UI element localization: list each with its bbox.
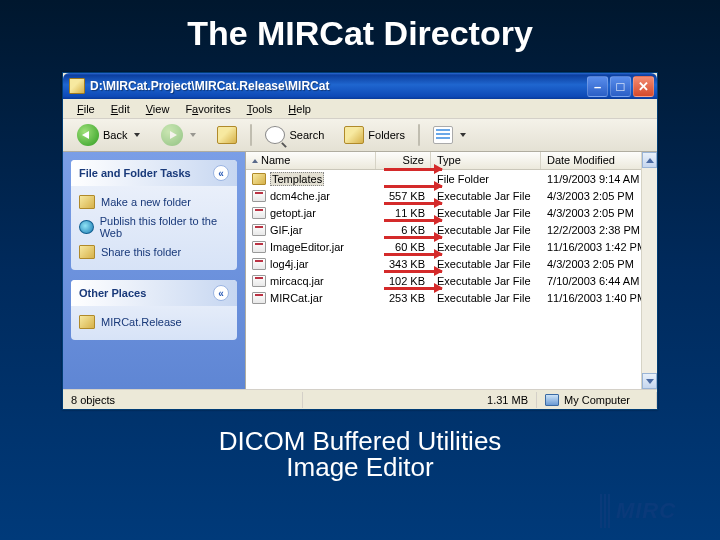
- window-title: D:\MIRCat.Project\MIRCat.Release\MIRCat: [90, 79, 587, 93]
- link-label: Publish this folder to the Web: [100, 215, 229, 239]
- scroll-down-button[interactable]: [642, 373, 657, 389]
- jar-file-icon: [252, 275, 266, 287]
- search-icon: [265, 126, 285, 144]
- column-name[interactable]: Name: [246, 152, 376, 169]
- file-name-cell: Templates: [246, 172, 376, 186]
- link-label: Share this folder: [101, 246, 181, 258]
- folders-icon: [344, 126, 364, 144]
- minimize-button[interactable]: –: [587, 76, 608, 97]
- jar-file-icon: [252, 190, 266, 202]
- jar-file-icon: [252, 207, 266, 219]
- file-list-pane: Name Size Type Date Modified TemplatesFi…: [245, 152, 657, 389]
- folder-up-icon: [217, 126, 237, 144]
- status-location: My Computer: [537, 392, 657, 408]
- file-row[interactable]: mircacq.jar102 KBExecutable Jar File7/10…: [246, 272, 657, 289]
- status-size: 1.31 MB: [303, 392, 537, 408]
- separator: [418, 124, 420, 146]
- back-arrow-icon: [77, 124, 99, 146]
- file-row[interactable]: dcm4che.jar557 KBExecutable Jar File4/3/…: [246, 187, 657, 204]
- chevron-down-icon[interactable]: [190, 132, 197, 139]
- file-name-cell: dcm4che.jar: [246, 190, 376, 202]
- maximize-button[interactable]: □: [610, 76, 631, 97]
- file-size: 11 KB: [376, 207, 431, 219]
- menu-help[interactable]: Help: [280, 101, 319, 117]
- file-size: 60 KB: [376, 241, 431, 253]
- folders-button[interactable]: Folders: [336, 122, 413, 148]
- menu-edit[interactable]: Edit: [103, 101, 138, 117]
- chevron-down-icon[interactable]: [460, 132, 467, 139]
- file-size: 6 KB: [376, 224, 431, 236]
- file-name: dcm4che.jar: [270, 190, 330, 202]
- file-size: 557 KB: [376, 190, 431, 202]
- explorer-window: D:\MIRCat.Project\MIRCat.Release\MIRCat …: [62, 72, 658, 410]
- file-type: Executable Jar File: [431, 258, 541, 270]
- make-new-folder-link[interactable]: Make a new folder: [77, 192, 231, 212]
- collapse-button[interactable]: «: [213, 165, 229, 181]
- link-label: Make a new folder: [101, 196, 191, 208]
- collapse-button[interactable]: «: [213, 285, 229, 301]
- panel-title: File and Folder Tasks: [79, 167, 191, 179]
- back-label: Back: [103, 129, 127, 141]
- menu-tools[interactable]: Tools: [239, 101, 281, 117]
- file-row[interactable]: GIF.jar6 KBExecutable Jar File12/2/2003 …: [246, 221, 657, 238]
- separator: [250, 124, 252, 146]
- up-button[interactable]: [209, 122, 245, 148]
- search-button[interactable]: Search: [257, 122, 332, 148]
- forward-button[interactable]: [153, 120, 205, 150]
- file-size: 102 KB: [376, 275, 431, 287]
- publish-folder-link[interactable]: Publish this folder to the Web: [77, 212, 231, 242]
- column-size[interactable]: Size: [376, 152, 431, 169]
- views-icon: [433, 126, 453, 144]
- chevron-down-icon[interactable]: [134, 132, 141, 139]
- file-row[interactable]: ImageEditor.jar60 KBExecutable Jar File1…: [246, 238, 657, 255]
- file-name-cell: log4j.jar: [246, 258, 376, 270]
- file-name: GIF.jar: [270, 224, 302, 236]
- titlebar[interactable]: D:\MIRCat.Project\MIRCat.Release\MIRCat …: [63, 73, 657, 99]
- menu-view[interactable]: View: [138, 101, 178, 117]
- globe-icon: [79, 220, 94, 234]
- file-row[interactable]: getopt.jar11 KBExecutable Jar File4/3/20…: [246, 204, 657, 221]
- tasks-sidebar: File and Folder Tasks « Make a new folde…: [63, 152, 245, 389]
- file-name: ImageEditor.jar: [270, 241, 344, 253]
- close-button[interactable]: ✕: [633, 76, 654, 97]
- column-type[interactable]: Type: [431, 152, 541, 169]
- caption-line: DICOM Buffered Utilities: [0, 428, 720, 454]
- chevron-down-icon: [646, 379, 654, 384]
- file-name-cell: ImageEditor.jar: [246, 241, 376, 253]
- mircat-release-link[interactable]: MIRCat.Release: [77, 312, 231, 332]
- search-label: Search: [289, 129, 324, 141]
- folders-label: Folders: [368, 129, 405, 141]
- folder-icon: [252, 173, 266, 185]
- menu-favorites[interactable]: Favorites: [177, 101, 238, 117]
- file-date: 4/3/2003 2:05 PM: [541, 190, 657, 202]
- file-date: 11/16/2003 1:40 PM: [541, 292, 657, 304]
- column-date[interactable]: Date Modified: [541, 152, 657, 169]
- share-icon: [79, 245, 95, 259]
- back-button[interactable]: Back: [69, 120, 149, 150]
- file-row[interactable]: log4j.jar343 KBExecutable Jar File4/3/20…: [246, 255, 657, 272]
- menu-file[interactable]: File: [69, 101, 103, 117]
- file-type: Executable Jar File: [431, 207, 541, 219]
- slide-caption: DICOM Buffered Utilities Image Editor: [0, 428, 720, 480]
- views-button[interactable]: [425, 122, 475, 148]
- share-folder-link[interactable]: Share this folder: [77, 242, 231, 262]
- file-date: 11/9/2003 9:14 AM: [541, 173, 657, 185]
- jar-file-icon: [252, 258, 266, 270]
- file-type: Executable Jar File: [431, 224, 541, 236]
- file-name: getopt.jar: [270, 207, 316, 219]
- status-objects: 8 objects: [63, 392, 303, 408]
- file-size: 343 KB: [376, 258, 431, 270]
- mirc-logo: MIRC: [600, 494, 692, 528]
- file-list[interactable]: TemplatesFile Folder11/9/2003 9:14 AMdcm…: [246, 170, 657, 389]
- file-name-cell: getopt.jar: [246, 207, 376, 219]
- file-row[interactable]: MIRCat.jar253 KBExecutable Jar File11/16…: [246, 289, 657, 306]
- forward-arrow-icon: [161, 124, 183, 146]
- scrollbar[interactable]: [641, 170, 657, 389]
- file-name-cell: GIF.jar: [246, 224, 376, 236]
- file-date: 7/10/2003 6:44 AM: [541, 275, 657, 287]
- link-label: MIRCat.Release: [101, 316, 182, 328]
- file-name: log4j.jar: [270, 258, 309, 270]
- file-type: Executable Jar File: [431, 292, 541, 304]
- file-row[interactable]: TemplatesFile Folder11/9/2003 9:14 AM: [246, 170, 657, 187]
- jar-file-icon: [252, 292, 266, 304]
